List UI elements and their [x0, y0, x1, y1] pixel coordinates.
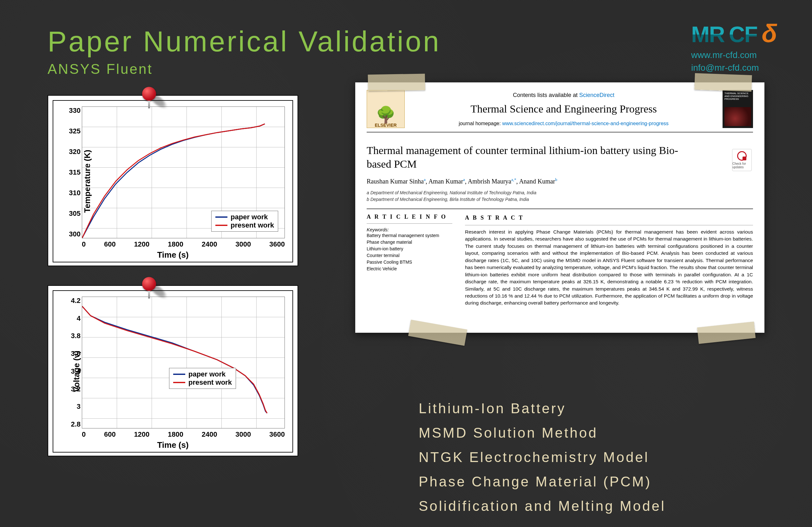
info-abstract-columns: A R T I C L E I N F O Keywords: Battery … — [367, 214, 753, 307]
chart-temperature: Temperature (K) Time (s) 330 325 320 315… — [47, 95, 298, 266]
plot-area: Voltage (v) Time (s) 4.2 4 3.8 3.6 3.4 3… — [53, 290, 293, 453]
keyword: Passive Cooling BTMS — [367, 259, 452, 266]
journal-homepage: journal homepage: www.sciencedirect.com/… — [412, 121, 715, 126]
keyword: Counter terminal — [367, 252, 452, 259]
keyword: Phase change material — [367, 239, 452, 245]
chart-voltage: Voltage (v) Time (s) 4.2 4 3.8 3.6 3.4 3… — [47, 285, 298, 456]
keyword: Lithium-ion battery — [367, 245, 452, 252]
y-axis-ticks: 330 325 320 315 310 305 300 — [66, 106, 81, 238]
brand-block: MR CF δ www.mr-cfd.com info@mr-cfd.com — [691, 19, 777, 74]
paper-authors: Raushan Kumar Sinhaa, Aman Kumara, Ambri… — [367, 177, 753, 185]
plot-inner: paper work present work — [82, 297, 285, 428]
y-axis-ticks: 4.2 4 3.8 3.6 3.4 3.2 3 2.8 — [66, 297, 81, 428]
pushpin-icon — [140, 87, 158, 109]
keyword: Electric Vehicle — [367, 266, 452, 272]
keywords-label: Keywords: — [367, 227, 452, 232]
tree-icon: 🌳 — [376, 107, 395, 123]
keywords-list: Battery thermal management system Phase … — [367, 232, 452, 272]
chart-lines — [82, 297, 285, 428]
legend-swatch-red — [173, 382, 185, 383]
publisher-name: ELSEVIER — [375, 123, 396, 128]
paper-affiliation: a Department of Mechanical Engineering, … — [367, 190, 753, 196]
legend-swatch-blue — [173, 374, 185, 375]
legend-label: present work — [188, 378, 232, 387]
logo-delta-icon: δ — [762, 19, 777, 48]
tape-icon — [408, 320, 467, 346]
brand-email: info@mr-cfd.com — [691, 62, 777, 74]
legend-swatch-blue — [215, 216, 228, 218]
paper-title: Thermal management of counter terminal l… — [367, 144, 690, 171]
divider — [367, 209, 753, 209]
article-info: A R T I C L E I N F O Keywords: Battery … — [367, 214, 452, 307]
legend-label: paper work — [188, 370, 226, 378]
tape-icon — [697, 322, 756, 344]
article-info-heading: A R T I C L E I N F O — [367, 214, 452, 220]
legend-label: present work — [231, 221, 274, 229]
keyword: Battery thermal management system — [367, 232, 452, 239]
paper-affiliation: b Department of Mechanical Engineering, … — [367, 196, 753, 203]
abstract: A B S T R A C T Research interest in app… — [465, 214, 753, 307]
logo-text-mr: MR — [691, 22, 724, 47]
pushpin-icon — [140, 277, 158, 299]
x-axis-label: Time (s) — [53, 250, 292, 260]
cover-text: THERMAL SCIENCE AND ENGINEERING PROGRESS — [724, 92, 751, 101]
x-axis-ticks: 0 600 1200 1800 2400 3000 3600 — [82, 430, 285, 439]
elsevier-logo: 🌳 ELSEVIER — [367, 90, 405, 128]
legend-swatch-red — [215, 225, 228, 226]
abstract-heading: A B S T R A C T — [465, 214, 753, 222]
topics-list: Lithium-Ion Battery MSMD Solution Method… — [419, 396, 666, 518]
topic-item: Lithium-Ion Battery — [419, 396, 666, 421]
topic-item: Solidification and Melting Model — [419, 494, 666, 518]
topic-item: Phase Change Material (PCM) — [419, 469, 666, 494]
cover-art-icon — [724, 107, 751, 126]
topic-item: MSMD Solution Method — [419, 421, 666, 445]
check-updates-label: Check for updates — [733, 162, 751, 169]
chart-legend: paper work present work — [169, 368, 236, 389]
paper-header: 🌳 ELSEVIER Contents lists available at S… — [367, 90, 753, 133]
title-block: Paper Numerical Validation ANSYS Fluent — [47, 25, 441, 77]
journal-cover-icon: THERMAL SCIENCE AND ENGINEERING PROGRESS — [723, 90, 753, 128]
journal-title: Thermal Science and Engineering Progress — [412, 103, 715, 115]
sciencedirect-link[interactable]: ScienceDirect — [579, 92, 614, 98]
contents-line: Contents lists available at ScienceDirec… — [412, 92, 715, 99]
logo-text-cf: CF — [729, 22, 757, 47]
plot-area: Temperature (K) Time (s) 330 325 320 315… — [53, 100, 293, 262]
check-updates-badge[interactable]: Check for updates — [732, 149, 752, 171]
crossmark-icon — [737, 151, 746, 161]
x-axis-label: Time (s) — [53, 440, 292, 450]
homepage-link[interactable]: www.sciencedirect.com/journal/thermal-sc… — [502, 121, 669, 126]
legend-label: paper work — [231, 213, 268, 221]
x-axis-ticks: 0 600 1200 1800 2400 3000 3600 — [82, 240, 285, 249]
page-title: Paper Numerical Validation — [47, 25, 441, 58]
tape-icon — [368, 74, 425, 91]
brand-logo: MR CF δ — [691, 19, 777, 48]
chart-legend: paper work present work — [211, 211, 278, 232]
plot-inner: paper work present work — [82, 106, 285, 238]
brand-website: www.mr-cfd.com — [691, 49, 777, 61]
topic-item: NTGK Electrochemistry Model — [419, 445, 666, 469]
abstract-text: Research interest in applying Phase Chan… — [465, 228, 753, 307]
tape-icon — [694, 73, 752, 92]
paper-clipping: 🌳 ELSEVIER Contents lists available at S… — [355, 82, 765, 333]
